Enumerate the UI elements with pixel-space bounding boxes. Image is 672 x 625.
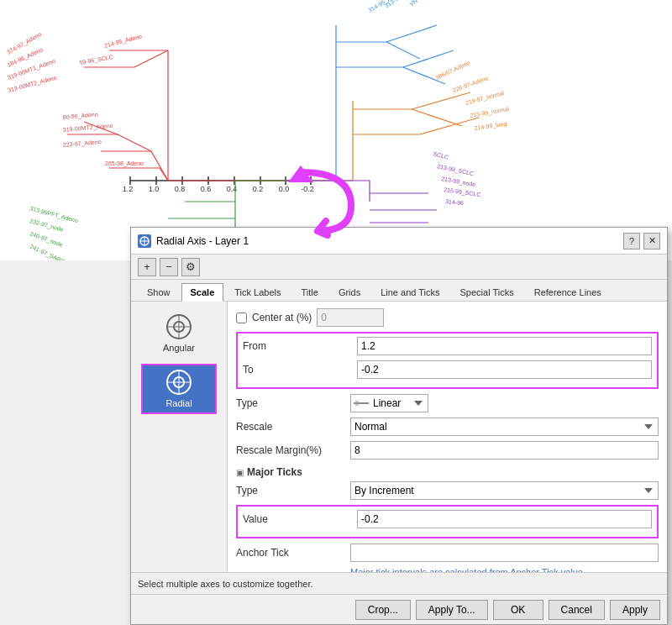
help-button[interactable]: ?: [623, 233, 640, 249]
major-value-input[interactable]: [357, 510, 652, 528]
major-type-select[interactable]: By Increment By Counts: [350, 481, 659, 500]
settings-button[interactable]: ⚙: [181, 258, 200, 276]
rescale-select[interactable]: Normal Auto: [350, 418, 659, 436]
major-ticks-title: Major Ticks: [247, 466, 302, 478]
svg-text:214-99_lung: 214-99_lung: [474, 121, 507, 132]
major-type-label: Type: [236, 485, 345, 496]
tab-title[interactable]: Title: [292, 283, 328, 301]
major-value-box: Value: [236, 505, 659, 538]
svg-text:0.2: 0.2: [253, 185, 264, 193]
center-at-row: Center at (%): [236, 308, 659, 327]
tab-show[interactable]: Show: [138, 283, 180, 301]
anchor-tick-input[interactable]: [350, 544, 659, 562]
status-text: Select multiple axes to customize togeth…: [138, 579, 313, 589]
major-value-row: Value: [243, 510, 652, 528]
ok-button[interactable]: OK: [493, 600, 543, 620]
content-area: Angular Radial Center at (%): [131, 302, 667, 572]
tab-scale[interactable]: Scale: [181, 283, 224, 302]
svg-text:1.0: 1.0: [149, 185, 160, 193]
rescale-label: Rescale: [236, 421, 345, 433]
radial-label: Radial: [165, 398, 192, 408]
pink-arrow: [284, 164, 368, 239]
bottom-bar: Crop... Apply To... OK Cancel Apply: [131, 594, 667, 624]
from-row: From: [243, 337, 652, 355]
status-bar: Select multiple axes to customize togeth…: [131, 572, 667, 594]
svg-text:265-98_Adeno: 265-98_Adeno: [105, 160, 144, 167]
svg-text:223-97_Adeno: 223-97_Adeno: [62, 139, 102, 149]
title-buttons: ? ✕: [623, 233, 660, 249]
toolbar: + − ⚙: [131, 255, 667, 280]
major-ticks-header[interactable]: ▣ Major Ticks: [236, 466, 659, 478]
to-input[interactable]: [357, 360, 652, 379]
major-value-label: Value: [243, 513, 352, 525]
svg-text:YN-96-N1: YN-96-N1: [408, 0, 432, 8]
add-button[interactable]: +: [138, 258, 156, 276]
tab-grids[interactable]: Grids: [329, 283, 370, 301]
sidebar-item-angular[interactable]: Angular: [141, 308, 217, 359]
rescale-row: Rescale Normal Auto: [236, 418, 659, 436]
major-ticks-toggle: ▣: [236, 468, 244, 477]
center-at-input[interactable]: [317, 308, 384, 327]
svg-text:80-96_Adeno: 80-96_Adeno: [62, 111, 98, 121]
svg-text:0.6: 0.6: [201, 185, 212, 193]
svg-text:226-97-Adeno: 226-97-Adeno: [452, 75, 489, 93]
svg-text:319-00MT2_Adeno: 319-00MT2_Adeno: [62, 123, 113, 134]
remove-button[interactable]: −: [160, 258, 178, 276]
svg-text:215-99_SCLC: 215-99_SCLC: [444, 186, 481, 198]
to-row: To: [243, 360, 652, 379]
anchor-tick-row: Anchor Tick: [236, 544, 659, 562]
svg-text:SCLC: SCLC: [433, 150, 449, 160]
dialog: Radial Axis - Layer 1 ? ✕ + − ⚙ Show Sca…: [130, 227, 668, 625]
type-label: Type: [236, 397, 345, 409]
to-label: To: [243, 364, 352, 376]
angular-label: Angular: [163, 343, 195, 353]
from-to-box: From To: [236, 332, 659, 389]
svg-text:0.8: 0.8: [175, 185, 186, 193]
sidebar: Angular Radial: [131, 302, 228, 572]
dialog-icon: [138, 234, 151, 248]
tab-tick-labels[interactable]: Tick Labels: [225, 283, 290, 301]
apply-to-button[interactable]: Apply To...: [416, 600, 488, 620]
svg-text:214-95_Adeno: 214-95_Adeno: [103, 33, 143, 50]
tab-reference-lines[interactable]: Reference Lines: [525, 283, 611, 301]
from-label: From: [243, 340, 352, 352]
svg-text:215-99_normal: 215-99_normal: [470, 106, 510, 119]
type-select[interactable]: Linear Log Reverse: [350, 394, 428, 412]
svg-text:59-96_SCLC: 59-96_SCLC: [79, 54, 113, 66]
dialog-title: Radial Axis - Layer 1: [156, 235, 249, 247]
major-type-row: Type By Increment By Counts: [236, 481, 659, 500]
radial-icon: [166, 370, 192, 395]
rescale-margin-label: Rescale Margin(%): [236, 444, 345, 456]
tab-bar: Show Scale Tick Labels Title Grids Line …: [131, 280, 667, 302]
anchor-tick-label: Anchor Tick: [236, 547, 345, 559]
title-bar-left: Radial Axis - Layer 1: [138, 234, 249, 248]
sidebar-item-radial[interactable]: Radial: [141, 364, 217, 414]
svg-text:1.2: 1.2: [123, 185, 134, 193]
crop-button[interactable]: Crop...: [355, 600, 411, 620]
from-input[interactable]: [357, 337, 652, 355]
svg-text:386/07-Adeno: 386/07-Adeno: [434, 60, 470, 81]
svg-text:219-97_normal: 219-97_normal: [465, 90, 505, 107]
right-panel: Center at (%) From To Type: [228, 302, 667, 572]
cancel-button[interactable]: Cancel: [549, 600, 605, 620]
svg-text:314-96: 314-96: [445, 198, 465, 206]
type-row: Type Linear Log Reverse: [236, 394, 659, 412]
title-bar: Radial Axis - Layer 1 ? ✕: [131, 228, 667, 255]
apply-button[interactable]: Apply: [610, 600, 660, 620]
center-at-label: Center at (%): [252, 312, 312, 323]
rescale-margin-input[interactable]: [350, 441, 659, 460]
type-select-wrapper: Linear Log Reverse: [350, 394, 659, 412]
angular-icon: [166, 314, 192, 339]
close-button[interactable]: ✕: [643, 233, 660, 249]
tab-special-ticks[interactable]: Special Ticks: [451, 283, 523, 301]
tab-line-and-ticks[interactable]: Line and Ticks: [371, 283, 449, 301]
center-at-checkbox[interactable]: [236, 312, 247, 323]
rescale-margin-row: Rescale Margin(%): [236, 441, 659, 460]
